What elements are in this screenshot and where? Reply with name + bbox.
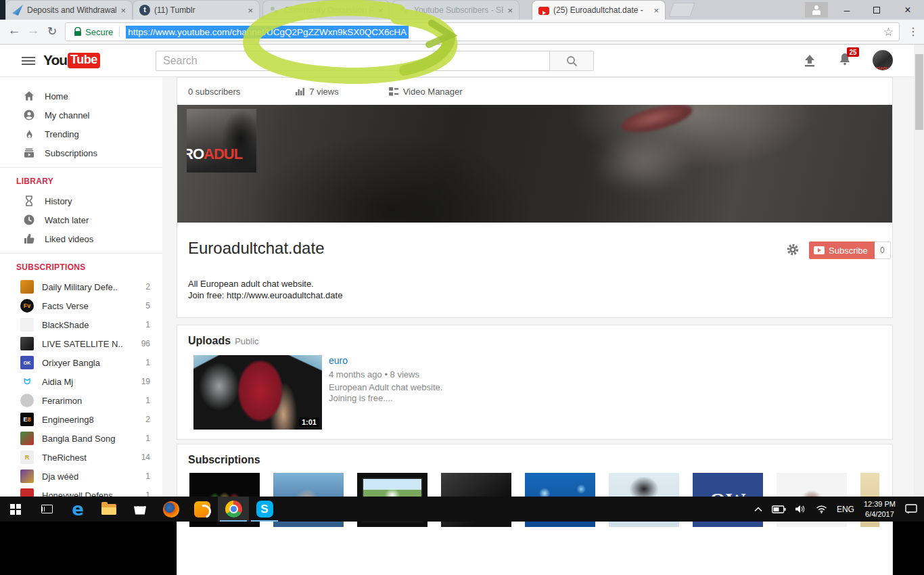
dots-favicon bbox=[399, 5, 410, 16]
notifications-button[interactable]: 25 bbox=[837, 51, 852, 69]
back-button[interactable]: ← bbox=[5, 23, 23, 38]
tab-title: Youtube Subscribers - SE bbox=[414, 5, 503, 15]
sidebar-subscription-row[interactable]: Dja wéèd 1 bbox=[0, 467, 162, 486]
tab-deposits[interactable]: Deposits and Withdrawal × bbox=[5, 0, 133, 20]
browser-tabstrip: Deposits and Withdrawal × t (11) Tumblr … bbox=[0, 0, 924, 20]
sidebar-item-liked-videos[interactable]: Liked videos bbox=[0, 229, 162, 248]
tab-close-icon[interactable]: × bbox=[653, 6, 659, 15]
skype-icon: S bbox=[256, 501, 273, 518]
tab-close-icon[interactable]: × bbox=[120, 6, 126, 15]
video-manager-link[interactable]: Video Manager bbox=[389, 87, 463, 97]
uc-browser-taskbar-button[interactable] bbox=[187, 497, 218, 522]
tab-title: (11) Tumblr bbox=[154, 5, 244, 15]
sidebar-item-trending[interactable]: Trending bbox=[0, 124, 162, 143]
video-meta: 4 months ago • 8 views bbox=[329, 369, 442, 380]
sidebar-subscription-row[interactable]: Ferarimon 1 bbox=[0, 391, 162, 410]
battery-icon[interactable] bbox=[772, 505, 786, 513]
task-view-button[interactable] bbox=[31, 497, 62, 522]
search-icon bbox=[566, 55, 578, 67]
person-icon bbox=[812, 5, 821, 15]
sidebar-subscription-row[interactable]: ᗢ Aidia Mj 19 bbox=[0, 372, 162, 391]
maximize-icon bbox=[873, 7, 880, 14]
clock-icon bbox=[23, 214, 35, 226]
sidebar-subscription-row[interactable]: BlackShade 1 bbox=[0, 315, 162, 334]
system-tray: ENG 12:39 PM 6/4/2017 bbox=[754, 499, 924, 520]
video-thumbnail[interactable]: 1:01 bbox=[193, 355, 322, 430]
channel-avatar: E8 bbox=[20, 413, 34, 426]
browser-profile-button[interactable] bbox=[805, 2, 828, 18]
channel-avatar bbox=[20, 432, 34, 445]
maximize-button[interactable] bbox=[863, 0, 890, 20]
reload-button[interactable]: ↻ bbox=[43, 24, 61, 39]
gear-icon bbox=[786, 243, 800, 256]
action-center-icon[interactable] bbox=[905, 504, 917, 514]
close-window-button[interactable]: × bbox=[893, 0, 923, 20]
flame-icon bbox=[23, 128, 35, 140]
file-explorer-taskbar-button[interactable] bbox=[93, 497, 124, 522]
sidebar-subscription-row[interactable]: Fv Facts Verse 5 bbox=[0, 296, 162, 315]
chrome-taskbar-button[interactable] bbox=[218, 497, 249, 522]
sidebar-subscription-row[interactable]: E8 Engineering8 2 bbox=[0, 410, 162, 429]
youtube-logo[interactable]: You Tube bbox=[43, 52, 100, 68]
screen: Deposits and Withdrawal × t (11) Tumblr … bbox=[0, 0, 924, 575]
taskbar-clock[interactable]: 12:39 PM 6/4/2017 bbox=[864, 499, 896, 520]
firefox-taskbar-button[interactable] bbox=[156, 497, 187, 522]
forward-button[interactable]: → bbox=[24, 23, 42, 38]
channel-settings-button[interactable] bbox=[786, 243, 800, 259]
subscribe-button[interactable]: Subscribe 0 bbox=[809, 242, 891, 259]
description-line: Join free: http://www.euroadultchat.date bbox=[188, 290, 342, 301]
upload-icon[interactable] bbox=[802, 53, 817, 68]
sidebar-subscription-row[interactable]: OK Orixyer Bangla 1 bbox=[0, 353, 162, 372]
sidebar-item-subscriptions[interactable]: Subscriptions bbox=[0, 143, 162, 162]
volume-icon[interactable] bbox=[795, 505, 806, 513]
tab-community-discussion[interactable]: Community Discussion P × bbox=[262, 0, 390, 20]
page-scrollbar[interactable] bbox=[914, 45, 924, 497]
channel-avatar bbox=[20, 469, 34, 483]
notification-badge: 25 bbox=[847, 47, 859, 57]
channel-stats-bar: 0 subscribers 7 views Video Manager bbox=[177, 78, 892, 105]
sidebar-subscription-row[interactable]: LIVE SATELLITE N.. 96 bbox=[0, 334, 162, 353]
address-bar[interactable]: Secure https://www.youtube.com/channel/U… bbox=[65, 22, 900, 41]
start-button[interactable] bbox=[0, 497, 31, 522]
sidebar-item-home[interactable]: Home bbox=[0, 87, 162, 106]
minimize-button[interactable]: – bbox=[833, 0, 860, 20]
wifi-icon[interactable] bbox=[816, 505, 827, 513]
channel-avatar bbox=[20, 318, 34, 331]
search-button[interactable] bbox=[550, 51, 594, 71]
sidebar-subscription-row[interactable]: R TheRichest 14 bbox=[0, 448, 162, 467]
tab-close-icon[interactable]: × bbox=[248, 6, 253, 15]
subscriptions-header: SUBSCRIPTIONS bbox=[0, 258, 162, 277]
guide-sidebar: Home My channel Trending Subscriptions L… bbox=[0, 77, 162, 497]
sidebar-item-my-channel[interactable]: My channel bbox=[0, 106, 162, 124]
url-text-selected[interactable]: https://www.youtube.com/channel/UCgQ2PgZ… bbox=[126, 26, 409, 39]
tray-chevron-icon[interactable] bbox=[754, 507, 762, 512]
account-avatar[interactable]: ROADUL bbox=[873, 50, 893, 70]
thumbs-up-icon bbox=[23, 233, 35, 245]
video-title-link[interactable]: euro bbox=[329, 355, 442, 366]
tab-tumblr[interactable]: t (11) Tumblr × bbox=[133, 0, 260, 20]
tab-youtube-subscribers[interactable]: Youtube Subscribers - SE × bbox=[392, 0, 519, 20]
sidebar-item-watch-later[interactable]: Watch later bbox=[0, 210, 162, 229]
guide-menu-icon[interactable] bbox=[22, 57, 35, 67]
chrome-menu-icon[interactable]: ⋮ bbox=[908, 25, 919, 38]
sidebar-subscription-row[interactable]: Daily Military Defe.. 2 bbox=[0, 277, 162, 296]
youtube-favicon bbox=[538, 7, 549, 15]
task-view-icon bbox=[41, 505, 53, 513]
sidebar-subscription-row[interactable]: Bangla Band Song 1 bbox=[0, 429, 162, 448]
header-actions: 25 ROADUL bbox=[802, 50, 893, 70]
bookmark-star-icon[interactable]: ☆ bbox=[883, 25, 894, 39]
tab-euroadultchat-active[interactable]: (25) Euroadultchat.date - × bbox=[532, 0, 666, 20]
store-taskbar-button[interactable] bbox=[124, 497, 156, 522]
views-stat: 7 views bbox=[296, 87, 338, 97]
scrollbar-thumb[interactable] bbox=[915, 54, 923, 130]
skype-taskbar-button[interactable]: S bbox=[249, 497, 280, 522]
new-tab-button[interactable] bbox=[669, 3, 695, 17]
tab-close-icon[interactable]: × bbox=[377, 6, 383, 15]
channel-avatar bbox=[20, 394, 34, 407]
edge-taskbar-button[interactable]: e bbox=[62, 497, 93, 522]
tab-close-icon[interactable]: × bbox=[507, 6, 513, 15]
sidebar-item-history[interactable]: History bbox=[0, 191, 162, 210]
language-indicator[interactable]: ENG bbox=[837, 505, 854, 514]
search-input[interactable] bbox=[156, 51, 550, 71]
subscribe-count: 0 bbox=[875, 242, 891, 259]
